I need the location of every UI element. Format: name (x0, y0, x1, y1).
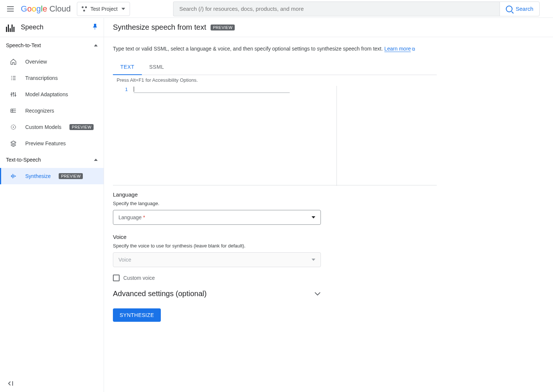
custom-voice-label: Custom voice (123, 275, 155, 281)
page-title: Synthesize speech from text (113, 23, 206, 32)
waveform-icon (10, 172, 17, 180)
svg-point-2 (15, 95, 16, 96)
target-icon (10, 123, 17, 131)
external-link-icon: ⧉ (412, 46, 415, 52)
preview-badge: PREVIEW (211, 25, 235, 30)
project-name: Test Project (91, 6, 118, 12)
search-input[interactable] (173, 1, 500, 16)
main-content: Synthesize speech from text PREVIEW Type… (104, 18, 553, 392)
voice-help: Specify the voice to use for synthesis (… (113, 243, 437, 249)
preview-badge: PREVIEW (69, 124, 94, 130)
search-button[interactable]: Search (500, 1, 540, 16)
list-icon (10, 74, 17, 82)
advanced-settings-toggle[interactable]: Advanced settings (optional) (113, 289, 321, 298)
project-picker[interactable]: Test Project (77, 2, 130, 16)
layers-icon (10, 140, 17, 147)
svg-point-0 (11, 94, 12, 95)
svg-point-4 (13, 127, 14, 128)
tune-icon (10, 91, 17, 98)
chevron-down-icon (121, 8, 125, 10)
language-help: Specify the language. (113, 201, 437, 206)
sidebar-header: Speech (0, 18, 104, 37)
sidebar-section-text-to-speech[interactable]: Text-to-Speech (0, 152, 104, 168)
line-number: 1 (113, 85, 134, 185)
voice-heading: Voice (113, 234, 437, 240)
preview-badge: PREVIEW (59, 173, 83, 179)
text-editor[interactable]: 1 (113, 85, 437, 185)
page-header: Synthesize speech from text PREVIEW (104, 18, 553, 37)
sidebar-item-recognizers[interactable]: Recognizers (0, 103, 104, 119)
collapse-sidebar-icon[interactable] (7, 381, 14, 388)
sidebar-item-preview-features[interactable]: Preview Features (0, 135, 104, 152)
google-cloud-logo[interactable]: Google Cloud (21, 4, 71, 14)
speech-product-icon (6, 23, 15, 32)
table-icon (10, 107, 17, 114)
sidebar-item-model-adaptations[interactable]: Model Adaptations (0, 86, 104, 103)
top-bar: Google Cloud Test Project Search (0, 0, 553, 18)
project-icon (82, 6, 87, 12)
sidebar-section-speech-to-text[interactable]: Speech-to-Text (0, 37, 104, 54)
sidebar: Speech Speech-to-Text Overview Transcrip… (0, 18, 104, 392)
voice-select[interactable]: Voice (113, 252, 321, 267)
chevron-down-icon (314, 292, 321, 296)
tab-text[interactable]: TEXT (113, 59, 142, 75)
search-icon (506, 6, 513, 12)
home-icon (10, 58, 17, 65)
custom-voice-row: Custom voice (113, 275, 437, 281)
learn-more-link[interactable]: Learn more (384, 46, 411, 52)
tab-ssml[interactable]: SSML (142, 59, 172, 75)
chevron-down-icon (312, 216, 315, 218)
search-bar: Search (173, 1, 540, 16)
custom-voice-checkbox[interactable] (113, 275, 120, 281)
language-heading: Language (113, 191, 437, 198)
editor-accessibility-hint: Press Alt+F1 for Accessibility Options. (113, 75, 437, 85)
pin-icon[interactable] (92, 24, 98, 31)
synthesize-button[interactable]: SYNTHESIZE (113, 308, 161, 322)
sidebar-item-synthesize[interactable]: Synthesize PREVIEW (0, 168, 104, 184)
sidebar-item-custom-models[interactable]: Custom Models PREVIEW (0, 119, 104, 135)
chevron-up-icon (94, 44, 98, 46)
sidebar-title: Speech (21, 23, 87, 31)
input-format-tabs: TEXT SSML (113, 59, 437, 75)
page-description: Type text or valid SSML, select a langua… (113, 45, 437, 53)
menu-icon[interactable] (6, 4, 15, 13)
language-select[interactable]: Language * (113, 210, 321, 225)
chevron-up-icon (94, 159, 98, 161)
sidebar-item-overview[interactable]: Overview (0, 54, 104, 70)
chevron-down-icon (312, 259, 315, 261)
sidebar-item-transcriptions[interactable]: Transcriptions (0, 70, 104, 86)
svg-point-1 (13, 93, 14, 94)
